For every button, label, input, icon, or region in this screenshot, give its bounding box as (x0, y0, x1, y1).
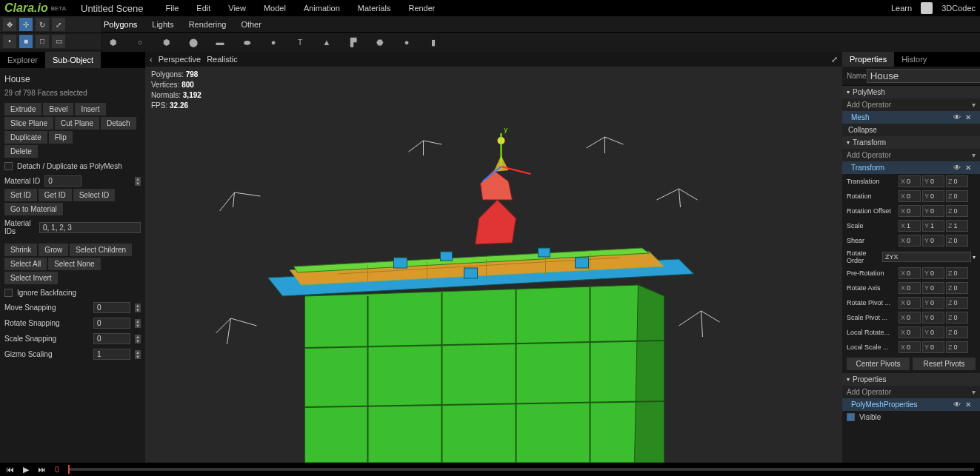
y-input[interactable]: Y (922, 205, 944, 217)
rotate-tool-icon[interactable]: ↻ (36, 18, 49, 31)
y-input[interactable]: Y (922, 235, 944, 247)
y-input[interactable]: Y (922, 220, 944, 232)
ball-icon[interactable]: ● (401, 37, 412, 47)
select-invert-button[interactable]: Select Invert (4, 272, 58, 284)
x-input[interactable]: X (899, 282, 921, 294)
menu-view[interactable]: View (228, 4, 246, 13)
x-input[interactable]: X (899, 205, 921, 217)
play-icon[interactable]: ▶ (23, 465, 29, 475)
operator-mesh[interactable]: Mesh👁✕ (842, 111, 980, 124)
move-snap-input[interactable] (93, 302, 130, 313)
hex-icon[interactable]: ⬣ (375, 37, 385, 47)
timeline-track[interactable] (68, 468, 974, 471)
scale-snap-input[interactable] (93, 333, 130, 344)
cylinder-icon[interactable]: ⬤ (188, 37, 199, 47)
menu-render[interactable]: Render (408, 4, 435, 13)
y-input[interactable]: Y (922, 297, 944, 309)
tab-polygons[interactable]: Polygons (104, 20, 137, 29)
menu-animation[interactable]: Animation (304, 4, 340, 13)
disc-icon[interactable]: ⬬ (241, 37, 252, 47)
get-id-button[interactable]: Get ID (39, 189, 72, 201)
viewport-shading[interactable]: Realistic (207, 55, 238, 64)
y-input[interactable]: Y (922, 326, 944, 338)
material-id-input[interactable] (44, 175, 81, 187)
tab-explorer[interactable]: Explorer (0, 52, 45, 68)
close-icon[interactable]: ✕ (965, 113, 971, 121)
text-icon[interactable]: T (295, 37, 305, 47)
select-children-button[interactable]: Select Children (70, 244, 132, 256)
y-input[interactable]: Y (922, 190, 944, 202)
cone-icon[interactable]: ▲ (321, 37, 332, 47)
z-input[interactable]: Z (946, 235, 968, 247)
tab-properties[interactable]: Properties (842, 52, 894, 67)
add-operator-polymesh[interactable]: Add Operator▾ (842, 98, 980, 111)
collapse-button[interactable]: Collapse (842, 124, 980, 136)
section-polymesh[interactable]: ▾PolyMesh (842, 86, 980, 98)
go-to-material-button[interactable]: Go to Material (4, 203, 63, 215)
y-input[interactable]: Y (922, 312, 944, 324)
learn-link[interactable]: Learn (891, 4, 912, 13)
drop-icon[interactable]: ⬢ (161, 37, 172, 47)
set-id-button[interactable]: Set ID (4, 189, 37, 201)
username[interactable]: 3DCodec (941, 4, 976, 13)
x-input[interactable]: X (899, 312, 921, 324)
flip-button[interactable]: Flip (49, 131, 73, 144)
sphere-icon[interactable]: ● (268, 37, 279, 47)
close-icon[interactable]: ✕ (965, 164, 971, 172)
expand-icon[interactable]: ⤢ (831, 55, 838, 64)
tab-subobject[interactable]: Sub-Object (45, 52, 101, 68)
z-input[interactable]: Z (946, 175, 968, 187)
z-input[interactable]: Z (946, 312, 968, 324)
section-properties[interactable]: ▾Properties (842, 373, 980, 386)
menu-file[interactable]: File (166, 4, 179, 13)
x-input[interactable]: X (899, 297, 921, 309)
scene-title[interactable]: Untitled Scene (81, 3, 144, 14)
y-input[interactable]: Y (922, 175, 944, 187)
object-name-input[interactable] (867, 69, 980, 83)
add-operator-transform[interactable]: Add Operator▾ (842, 149, 980, 161)
x-input[interactable]: X (899, 220, 921, 232)
tab-history[interactable]: History (894, 52, 934, 67)
stepper-down-icon[interactable]: ▼ (135, 181, 141, 186)
skip-forward-icon[interactable]: ⏭ (38, 465, 46, 474)
vertex-mode-icon[interactable]: • (3, 35, 16, 48)
operator-transform[interactable]: Transform👁✕ (842, 161, 980, 174)
scale-tool-icon[interactable]: ⤢ (52, 18, 65, 31)
z-input[interactable]: Z (946, 190, 968, 202)
duplicate-button[interactable]: Duplicate (4, 131, 47, 144)
shrink-button[interactable]: Shrink (4, 244, 37, 256)
insert-button[interactable]: Insert (75, 103, 105, 115)
select-all-button[interactable]: Select All (4, 258, 47, 270)
ignore-backfacing-checkbox[interactable] (4, 289, 13, 297)
add-operator-properties[interactable]: Add Operator▾ (842, 386, 980, 398)
material-ids-input[interactable] (39, 222, 141, 233)
x-input[interactable]: X (899, 175, 921, 187)
x-input[interactable]: X (899, 235, 921, 247)
select-tool-icon[interactable]: ✥ (3, 18, 16, 31)
viewport-mode[interactable]: Perspective (159, 55, 201, 64)
circle-icon[interactable]: ○ (135, 37, 145, 47)
capsule-icon[interactable]: ▮ (428, 37, 439, 47)
close-icon[interactable]: ✕ (965, 400, 971, 409)
tab-other[interactable]: Other (241, 20, 261, 29)
eye-icon[interactable]: 👁 (953, 400, 961, 409)
eye-icon[interactable]: 👁 (953, 164, 961, 172)
detach-button[interactable]: Detach (101, 117, 136, 130)
z-input[interactable]: Z (946, 341, 968, 353)
bevel-button[interactable]: Bevel (43, 103, 73, 115)
cut-plane-button[interactable]: Cut Plane (55, 117, 99, 130)
select-id-button[interactable]: Select ID (73, 189, 116, 201)
x-input[interactable]: X (899, 267, 921, 279)
z-input[interactable]: Z (946, 297, 968, 309)
flag-icon[interactable]: ▛ (348, 37, 359, 47)
extrude-button[interactable]: Extrude (4, 103, 41, 115)
delete-button[interactable]: Delete (4, 145, 38, 158)
menu-edit[interactable]: Edit (196, 4, 210, 13)
object-mode-icon[interactable]: ▭ (52, 35, 65, 48)
edge-mode-icon[interactable]: □ (36, 35, 49, 48)
eye-icon[interactable]: 👁 (953, 113, 961, 121)
reset-pivots-button[interactable]: Reset Pivots (913, 358, 976, 370)
z-input[interactable]: Z (946, 220, 968, 232)
detach-as-polymesh-checkbox[interactable] (4, 162, 13, 170)
section-transform[interactable]: ▾Transform (842, 136, 980, 149)
